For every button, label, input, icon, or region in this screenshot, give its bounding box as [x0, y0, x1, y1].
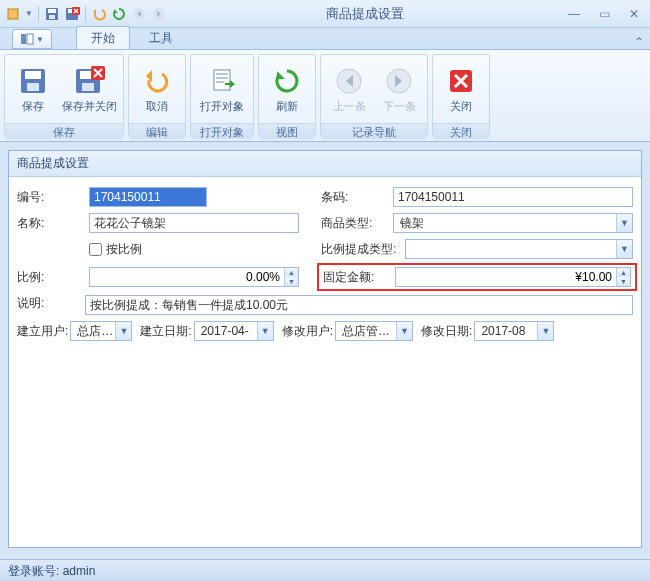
mod-date-combo[interactable]: 2017-08 ▼ — [474, 321, 554, 341]
ribbon: 保存 保存并关闭 保存 取消 编辑 打开对象 打开对象 — [0, 50, 650, 142]
byratio-checkbox[interactable]: 按比例 — [89, 241, 142, 258]
create-date-combo[interactable]: 2017-04- ▼ — [194, 321, 274, 341]
ribbon-tabs: ▼ 开始 工具 ⌃ — [0, 28, 650, 50]
desc-input[interactable] — [85, 295, 633, 315]
save-close-button[interactable]: 保存并关闭 — [59, 57, 119, 121]
spin-down-icon[interactable]: ▼ — [617, 277, 630, 286]
ratio-spinner[interactable]: 0.00% ▲▼ — [89, 267, 299, 287]
spin-down-icon[interactable]: ▼ — [285, 277, 298, 286]
ribbon-collapse-icon[interactable]: ⌃ — [634, 35, 644, 49]
save-close-icon[interactable] — [63, 5, 81, 23]
svg-rect-9 — [21, 34, 26, 44]
ctype-label: 比例提成类型: — [321, 241, 405, 258]
group-close-label: 关闭 — [433, 123, 489, 139]
fixed-spinner[interactable]: ¥10.00 ▲▼ — [395, 267, 631, 287]
undo-icon[interactable] — [90, 5, 108, 23]
prev-button: 上一条 — [325, 57, 373, 121]
refresh-icon[interactable] — [110, 5, 128, 23]
ptype-value: 镜架 — [398, 215, 616, 232]
save-button[interactable]: 保存 — [9, 57, 57, 121]
group-save: 保存 保存并关闭 保存 — [4, 54, 124, 137]
ctype-combo[interactable]: ▼ — [405, 239, 633, 259]
group-edit-label: 编辑 — [129, 123, 185, 139]
save-label: 保存 — [22, 99, 44, 114]
window-title: 商品提成设置 — [168, 5, 562, 23]
next-icon — [383, 65, 415, 97]
svg-rect-12 — [25, 71, 41, 79]
refresh-button[interactable]: 刷新 — [263, 57, 311, 121]
minimize-button[interactable]: — — [562, 6, 586, 22]
app-menu-button[interactable]: ▼ — [12, 29, 52, 49]
undo-icon — [141, 65, 173, 97]
cancel-label: 取消 — [146, 99, 168, 114]
maximize-button[interactable]: ▭ — [592, 6, 616, 22]
group-open: 打开对象 打开对象 — [190, 54, 254, 137]
qat-dropdown-icon[interactable]: ▼ — [24, 5, 34, 23]
svg-rect-10 — [27, 34, 33, 44]
tab-start[interactable]: 开始 — [76, 26, 130, 49]
login-status: 登录账号: admin — [8, 564, 95, 578]
spin-up-icon[interactable]: ▲ — [285, 268, 298, 277]
fixed-label: 固定金额: — [323, 269, 395, 286]
window-buttons: — ▭ ✕ — [562, 6, 646, 22]
fixed-amount-highlight: 固定金额: ¥10.00 ▲▼ — [317, 263, 637, 291]
group-nav: 上一条 下一条 记录导航 — [320, 54, 428, 137]
mod-user-combo[interactable]: 总店管… ▼ — [335, 321, 413, 341]
tab-tools[interactable]: 工具 — [134, 26, 188, 49]
ratio-value: 0.00% — [90, 270, 284, 284]
svg-rect-2 — [48, 9, 56, 13]
next-button: 下一条 — [375, 57, 423, 121]
create-user-value: 总店… — [75, 323, 115, 340]
barcode-input[interactable] — [393, 187, 633, 207]
save-close-icon — [73, 65, 105, 97]
save-close-label: 保存并关闭 — [62, 99, 117, 114]
prev-label: 上一条 — [333, 99, 366, 114]
close-label: 关闭 — [450, 99, 472, 114]
save-icon — [17, 65, 49, 97]
code-label: 编号: — [17, 189, 89, 206]
chevron-down-icon: ▼ — [537, 322, 553, 340]
chevron-down-icon: ▼ — [616, 214, 632, 232]
svg-rect-13 — [27, 83, 39, 91]
save-icon[interactable] — [43, 5, 61, 23]
desc-label: 说明: — [17, 295, 85, 315]
create-user-combo[interactable]: 总店… ▼ — [70, 321, 132, 341]
svg-rect-3 — [49, 15, 55, 19]
ptype-combo[interactable]: 镜架 ▼ — [393, 213, 633, 233]
byratio-label: 按比例 — [106, 241, 142, 258]
ptype-label: 商品类型: — [321, 215, 393, 232]
group-open-label: 打开对象 — [191, 123, 253, 139]
quick-access-toolbar: ▼ — [4, 5, 168, 23]
barcode-label: 条码: — [321, 189, 393, 206]
refresh-label: 刷新 — [276, 99, 298, 114]
open-object-button[interactable]: 打开对象 — [195, 57, 249, 121]
mod-user-value: 总店管… — [340, 323, 396, 340]
chevron-down-icon: ▼ — [396, 322, 412, 340]
code-input[interactable] — [89, 187, 207, 207]
byratio-check-input[interactable] — [89, 243, 102, 256]
form-panel: 商品提成设置 编号: 条码: 名称: 商品类型: 镜架 ▼ — [8, 150, 642, 548]
spin-up-icon[interactable]: ▲ — [617, 268, 630, 277]
close-icon — [445, 65, 477, 97]
next-icon — [150, 5, 168, 23]
prev-icon — [130, 5, 148, 23]
cancel-button[interactable]: 取消 — [133, 57, 181, 121]
chevron-down-icon: ▼ — [115, 322, 131, 340]
name-input[interactable] — [89, 213, 299, 233]
chevron-down-icon: ▼ — [616, 240, 632, 258]
svg-rect-18 — [214, 70, 230, 90]
close-record-button[interactable]: 关闭 — [437, 57, 485, 121]
ratio-label: 比例: — [17, 269, 89, 286]
create-date-label: 建立日期: — [140, 323, 191, 340]
group-save-label: 保存 — [5, 123, 123, 139]
create-date-value: 2017-04- — [199, 324, 257, 338]
title-bar: ▼ 商品提成设置 — ▭ ✕ — [0, 0, 650, 28]
app-icon[interactable] — [4, 5, 22, 23]
group-view: 刷新 视图 — [258, 54, 316, 137]
group-close: 关闭 关闭 — [432, 54, 490, 137]
close-button[interactable]: ✕ — [622, 6, 646, 22]
next-label: 下一条 — [383, 99, 416, 114]
chevron-down-icon: ▼ — [257, 322, 273, 340]
mod-user-label: 修改用户: — [282, 323, 333, 340]
create-user-label: 建立用户: — [17, 323, 68, 340]
